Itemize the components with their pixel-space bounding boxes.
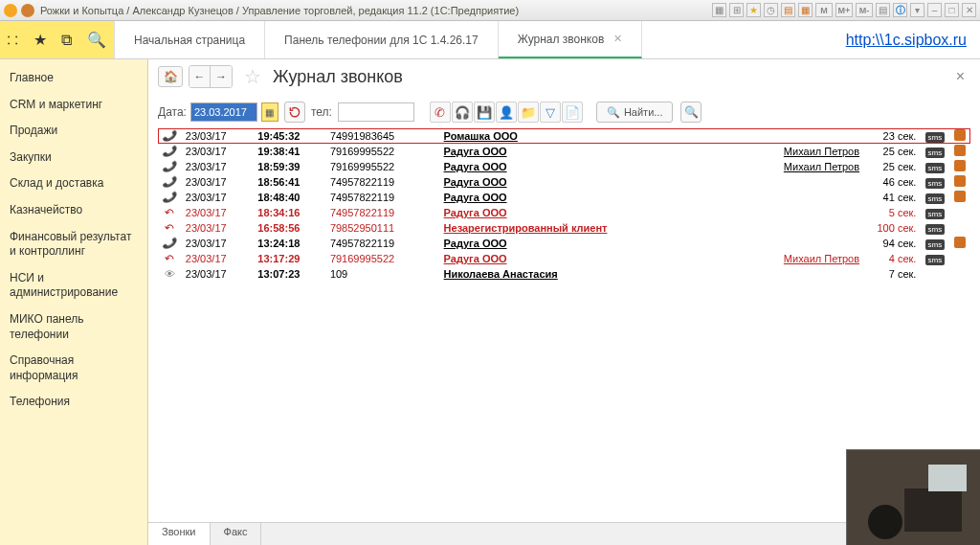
calendar-icon[interactable]: ▦ [261,102,278,122]
cell-audio[interactable] [949,159,970,174]
headphones-icon[interactable]: 🎧 [452,102,473,123]
nav-treasury[interactable]: Казначейство [0,197,147,224]
cell-audio[interactable] [949,128,970,144]
tb-btn-calc[interactable]: ▤ [781,3,795,17]
nav-main[interactable]: Главное [0,65,147,92]
nav-back-button[interactable]: ← [189,66,211,87]
tab-close-icon[interactable]: ✕ [613,33,622,45]
nav-miko[interactable]: МИКО панель телефонии [0,307,147,348]
cell-client[interactable]: Радуга ООО [440,236,750,251]
folder-icon[interactable]: 📁 [518,102,539,123]
star-icon[interactable]: ★ [33,31,47,49]
close-page-icon[interactable]: × [956,68,970,85]
tb-btn-1[interactable]: ▦ [712,3,726,17]
cell-client[interactable]: Незарегистрированный клиент [440,220,750,236]
nav-purchases[interactable]: Закупки [0,145,147,171]
tab-telephony-panel[interactable]: Панель телефонии для 1С 1.4.26.17 [265,21,499,58]
date-input[interactable]: 23.03.2017 [190,102,257,122]
cell-sms[interactable]: sms [920,128,949,144]
home-button[interactable]: 🏠 [158,66,183,87]
nav-sales[interactable]: Продажи [0,118,147,145]
cell-sms[interactable]: sms [920,220,949,236]
call-row[interactable]: 📞23/03/1719:45:3274991983645Ромашка ООО2… [158,128,970,144]
cell-client[interactable]: Радуга ООО [440,174,750,190]
cell-client[interactable]: Радуга ООО [440,251,750,266]
cell-audio[interactable] [949,236,970,251]
call-row[interactable]: ↷23/03/1718:34:1674957822119Радуга ООО5 … [158,205,970,220]
favorite-star-icon[interactable]: ☆ [244,65,261,88]
sipbox-link[interactable]: http:\\1c.sipbox.ru [846,32,967,49]
cell-person[interactable] [749,205,863,220]
call-row[interactable]: 📞23/03/1713:24:1874957822119Радуга ООО94… [158,236,970,251]
tb-btn-list[interactable]: ▤ [876,3,890,17]
tb-btn-star[interactable]: ★ [746,3,761,17]
cell-person[interactable] [749,190,863,205]
minimize-icon[interactable]: – [927,3,942,17]
copy-icon[interactable]: ⧉ [61,32,72,49]
cell-person[interactable] [749,236,863,251]
save-icon[interactable]: 💾 [474,102,495,123]
nav-warehouse[interactable]: Склад и доставка [0,170,147,197]
cell-sms[interactable] [920,266,949,282]
cell-audio[interactable] [949,190,970,205]
nav-crm[interactable]: CRM и маркетинг [0,92,147,119]
cell-sms[interactable]: sms [920,174,949,190]
doc-icon[interactable]: 📄 [562,102,583,123]
find-button[interactable]: 🔍 Найти... [596,102,674,123]
cell-audio[interactable] [949,174,970,190]
tb-btn-m[interactable]: M [815,3,833,17]
cell-sms[interactable]: sms [920,190,949,205]
nav-finresult[interactable]: Финансовый результат и контроллинг [0,224,147,265]
find-clear-button[interactable]: 🔍 [680,102,702,123]
tb-btn-mplus[interactable]: M+ [835,3,853,17]
tb-btn-2[interactable]: ⊞ [729,3,744,17]
cell-audio[interactable] [949,266,970,282]
nav-help[interactable]: Справочная информация [0,348,147,389]
cell-sms[interactable]: sms [920,159,949,174]
nav-nsi[interactable]: НСИ и администрирование [0,265,147,307]
info-icon[interactable]: ⓘ [893,3,907,17]
call-row[interactable]: 📞23/03/1718:59:3979169995522Радуга ОООМи… [158,159,970,174]
tab-fax[interactable]: Факс [211,522,262,545]
cell-client[interactable]: Николаева Анастасия [440,266,750,282]
cell-sms[interactable]: sms [920,251,949,266]
tab-calls[interactable]: Звонки [148,522,211,545]
call-row[interactable]: ↷23/03/1716:58:5679852950111Незарегистри… [158,220,970,236]
tb-btn-dot[interactable]: ▾ [910,3,924,17]
cell-person[interactable] [749,220,863,236]
cell-person[interactable] [749,266,863,282]
cell-person[interactable]: Михаил Петров [749,159,863,174]
cell-person[interactable] [749,128,863,144]
filter-icon[interactable]: ▽ [540,102,561,123]
tb-btn-mminus[interactable]: M- [856,3,873,17]
call-row[interactable]: 📞23/03/1719:38:4179169995522Радуга ОООМи… [158,144,970,159]
nav-forward-button[interactable]: → [211,66,232,87]
tab-call-log[interactable]: Журнал звонков✕ [499,21,643,58]
apps-icon[interactable]: ⸬ [8,32,18,49]
search-icon[interactable]: 🔍 [87,31,106,49]
user-icon[interactable]: 👤 [496,102,517,123]
cell-audio[interactable] [949,144,970,159]
maximize-icon[interactable]: □ [945,3,959,17]
cell-audio[interactable] [949,251,970,266]
call-row[interactable]: ↷23/03/1713:17:2979169995522Радуга ОООМи… [158,251,970,266]
cell-person[interactable]: Михаил Петров [749,251,863,266]
cell-sms[interactable]: sms [920,236,949,251]
cell-client[interactable]: Радуга ООО [440,190,750,205]
tb-btn-grid[interactable]: ▦ [798,3,813,17]
cell-client[interactable]: Радуга ООО [440,144,750,159]
cell-client[interactable]: Ромашка ООО [440,128,750,144]
nav-telephony[interactable]: Телефония [0,389,147,416]
back-icon[interactable] [21,4,34,17]
cell-sms[interactable]: sms [920,205,949,220]
call-row[interactable]: 📞23/03/1718:56:4174957822119Радуга ООО46… [158,174,970,190]
cell-audio[interactable] [949,220,970,236]
cell-audio[interactable] [949,205,970,220]
close-icon[interactable]: ✕ [962,3,976,17]
cell-person[interactable]: Михаил Петров [749,144,863,159]
cell-client[interactable]: Радуга ООО [440,205,750,220]
tab-home[interactable]: Начальная страница [115,21,265,58]
call-row[interactable]: 📞23/03/1718:48:4074957822119Радуга ООО41… [158,190,970,205]
tel-input[interactable] [338,102,414,122]
cell-client[interactable]: Радуга ООО [440,159,750,174]
